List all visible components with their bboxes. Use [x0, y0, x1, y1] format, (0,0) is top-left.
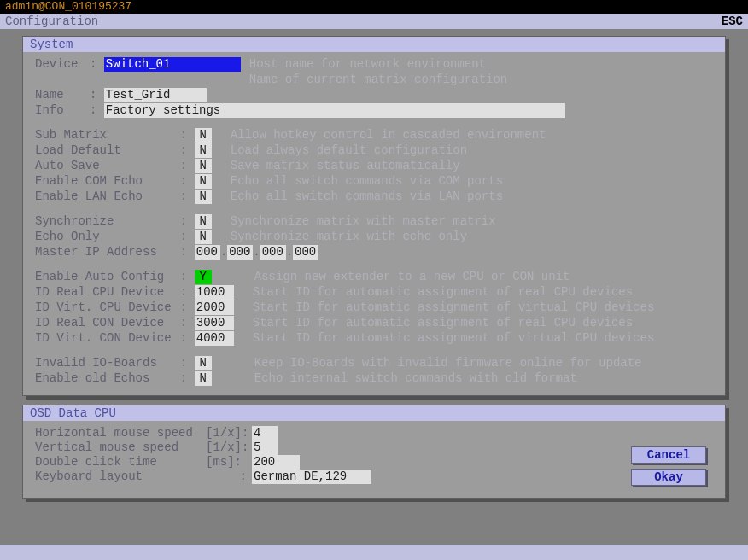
user-status-bar: admin@CON_010195237: [0, 0, 748, 14]
masterip-label: Master IP Address: [35, 245, 180, 260]
bottom-bar: [0, 545, 748, 560]
okay-button[interactable]: Okay: [631, 469, 706, 486]
dblclick-input[interactable]: 200: [252, 455, 300, 470]
cancel-button[interactable]: Cancel: [631, 446, 706, 464]
autosave-label: Auto Save: [35, 159, 180, 173]
name-label: Name: [35, 88, 90, 102]
autoconfig-toggle[interactable]: Y: [195, 270, 212, 284]
screen: admin@CON_010195237 Configuration ESC Sy…: [0, 0, 748, 560]
oldechos-toggle[interactable]: N: [195, 371, 212, 386]
master-ip-d[interactable]: 000: [293, 245, 318, 260]
submatrix-label: Sub Matrix: [35, 128, 180, 143]
vspeed-unit: [1/x]:: [206, 440, 252, 455]
info-label: Info: [35, 103, 90, 118]
idrealcpu-label: ID Real CPU Device: [35, 285, 180, 300]
idrealcon-label: ID Real CON Device: [35, 316, 180, 330]
info-input[interactable]: Factory settings: [104, 103, 565, 118]
oldechos-desc: Echo internal switch commands with old f…: [254, 371, 577, 386]
hspeed-label: Horizontal mouse speed: [35, 426, 206, 440]
comecho-label: Enable COM Echo: [35, 174, 180, 189]
name-input[interactable]: Test_Grid: [104, 88, 207, 102]
idrealcon-input[interactable]: 3000: [195, 316, 234, 330]
vspeed-input[interactable]: 5: [252, 440, 278, 455]
vspeed-label: Vertical mouse speed: [35, 440, 206, 455]
comecho-desc: Echo all switch commands via COM ports: [231, 174, 503, 189]
echoonly-label: Echo Only: [35, 230, 180, 244]
kblayout-colon: :: [206, 470, 252, 484]
comecho-toggle[interactable]: N: [195, 174, 212, 189]
hspeed-input[interactable]: 4: [252, 426, 278, 440]
autoconfig-desc: Assign new extender to a new CPU or CON …: [254, 270, 570, 284]
idrealcpu-input[interactable]: 1000: [195, 285, 234, 300]
loaddef-desc: Load always default configuration: [231, 143, 467, 158]
sync-toggle[interactable]: N: [195, 214, 212, 229]
submatrix-toggle[interactable]: N: [195, 128, 212, 143]
user-host-text: admin@CON_010195237: [5, 0, 131, 13]
lanecho-label: Enable LAN Echo: [35, 190, 180, 204]
osd-header: OSD Data CPU: [23, 405, 725, 421]
idvirtcon-label: ID Virt. CON Device: [35, 331, 180, 346]
submatrix-desc: Allow hotkey control in cascaded environ…: [231, 128, 546, 143]
invalidio-label: Invalid IO-Boards: [35, 356, 180, 370]
kblayout-input[interactable]: German DE,129: [252, 470, 371, 484]
echoonly-desc: Synchronize matrix with echo only: [231, 230, 467, 244]
master-ip-c[interactable]: 000: [260, 245, 286, 260]
hspeed-unit: [1/x]:: [206, 426, 252, 440]
autosave-desc: Save matrix status automatically: [231, 159, 460, 173]
idvirtcon-input[interactable]: 4000: [195, 331, 234, 346]
button-column: Cancel Okay: [631, 446, 706, 486]
osd-panel: OSD Data CPU Horizontal mouse speed [1/x…: [22, 405, 726, 499]
autosave-toggle[interactable]: N: [195, 159, 212, 173]
loaddef-toggle[interactable]: N: [195, 143, 212, 158]
idvirtcpu-label: ID Virt. CPU Device: [35, 300, 180, 315]
lanecho-toggle[interactable]: N: [195, 190, 212, 204]
loaddef-label: Load Default: [35, 143, 180, 158]
oldechos-label: Enable old Echos: [35, 371, 180, 386]
autoconfig-label: Enable Auto Config: [35, 270, 180, 284]
device-input[interactable]: Switch_01: [104, 57, 241, 72]
esc-key-label[interactable]: ESC: [722, 14, 743, 29]
idvirtcpu-input[interactable]: 2000: [195, 300, 234, 315]
page-title: Configuration: [5, 14, 98, 29]
idrealcon-desc: Start ID for automatic assignment of rea…: [253, 316, 633, 330]
title-bar: Configuration ESC: [0, 14, 748, 29]
system-header: System: [23, 37, 725, 52]
lanecho-desc: Echo all switch commands via LAN ports: [231, 190, 503, 204]
system-panel: System Device : Switch_01 Host name for …: [22, 36, 726, 396]
master-ip-a[interactable]: 000: [195, 245, 220, 260]
device-desc2: Name of current matrix configuration: [249, 73, 507, 87]
sync-desc: Synchronize matrix with master matrix: [231, 214, 496, 229]
dblclick-unit: [ms]:: [206, 455, 252, 470]
main-area: System Device : Switch_01 Host name for …: [0, 29, 748, 545]
idrealcpu-desc: Start ID for automatic assignment of rea…: [253, 285, 633, 300]
dblclick-label: Double click time: [35, 455, 206, 470]
idvirtcpu-desc: Start ID for automatic assignment of vir…: [253, 300, 654, 315]
device-desc1: Host name for network environment: [249, 57, 486, 72]
invalidio-toggle[interactable]: N: [195, 356, 212, 370]
idvirtcon-desc: Start ID for automatic assignment of vir…: [253, 331, 654, 346]
invalidio-desc: Keep IO-Boards with invalid firmware onl…: [254, 356, 642, 370]
kblayout-label: Keyboard layout: [35, 470, 206, 484]
sync-label: Synchronize: [35, 214, 180, 229]
echoonly-toggle[interactable]: N: [195, 230, 212, 244]
master-ip-b[interactable]: 000: [227, 245, 253, 260]
device-label: Device: [35, 57, 90, 72]
